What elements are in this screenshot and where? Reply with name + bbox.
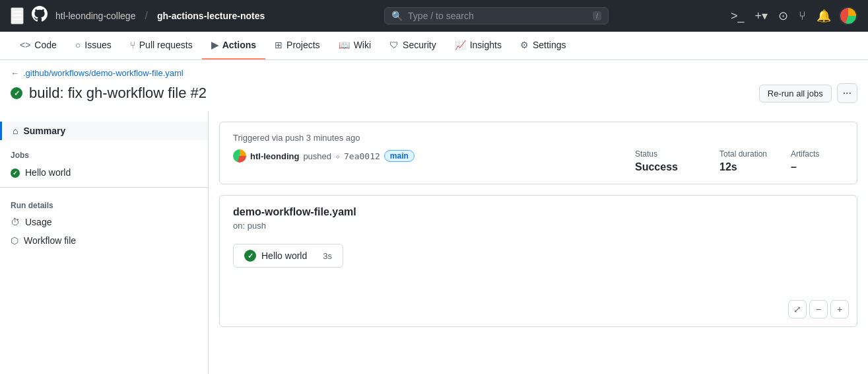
terminal-button[interactable]: >_ — [728, 7, 747, 26]
minus-icon: − — [816, 304, 821, 315]
repo-name[interactable]: gh-actions-lecture-notes — [157, 11, 265, 21]
pull-requests-icon-button[interactable]: ⑂ — [796, 7, 809, 26]
commit-sha-icon: ⬦ — [335, 151, 340, 161]
tab-security[interactable]: 🛡 Security — [380, 32, 446, 59]
back-arrow: ← — [11, 68, 19, 78]
page-title-row: build: fix gh-workflow file #2 Re-run al… — [0, 83, 868, 111]
create-new-button[interactable]: + ▾ — [752, 6, 770, 26]
actions-icon: ▶ — [211, 40, 218, 50]
breadcrumb-area: ← .github/workflows/demo-workflow-file.y… — [0, 60, 868, 78]
commit-user: htl-leonding — [250, 151, 299, 161]
duration-label: Total duration — [719, 149, 785, 159]
hamburger-button[interactable]: ☰ — [11, 7, 24, 24]
security-icon: 🛡 — [389, 40, 399, 50]
code-icon: <> — [20, 40, 30, 50]
search-box[interactable]: 🔍 Type / to search / — [384, 7, 609, 24]
insights-icon: 📈 — [455, 40, 466, 50]
commit-sha[interactable]: 7ea0012 — [344, 151, 380, 161]
wiki-icon: 📖 — [339, 40, 350, 50]
usage-icon: ⏱ — [11, 217, 20, 227]
search-icon: 🔍 — [391, 11, 403, 21]
search-container: 🔍 Type / to search / — [273, 7, 720, 24]
main-layout: ⌂ Summary Jobs Hello world Run details ⏱… — [0, 111, 868, 374]
jobs-group-label: Jobs — [0, 143, 208, 163]
breadcrumb-separator: / — [145, 10, 147, 22]
page-title: build: fix gh-workflow file #2 — [11, 85, 207, 102]
workflow-card: demo-workflow-file.yaml on: push Hello w… — [219, 195, 857, 327]
zoom-in-button[interactable]: + — [830, 300, 849, 318]
info-card: Triggered via push 3 minutes ago htl-leo… — [219, 122, 857, 184]
workflow-controls: ⤢ − + — [788, 300, 849, 318]
sidebar-summary[interactable]: ⌂ Summary — [0, 122, 208, 140]
nav-tabs: <> Code ○ Issues ⑂ Pull requests ▶ Actio… — [0, 32, 868, 60]
github-logo[interactable] — [32, 6, 48, 26]
duration-section: Total duration 12s — [719, 149, 785, 173]
sidebar-item-workflow-file[interactable]: ⬡ Workflow file — [0, 231, 208, 250]
expand-icon: ⤢ — [793, 304, 801, 315]
job-success-icon — [11, 167, 20, 178]
workflow-job-name: Hello world — [261, 250, 307, 261]
workflow-job-duration: 3s — [323, 251, 332, 261]
expand-button[interactable]: ⤢ — [788, 300, 807, 318]
title-actions: Re-run all jobs ··· — [759, 83, 857, 103]
org-name[interactable]: htl-leonding-college — [55, 11, 135, 21]
breadcrumb: ← .github/workflows/demo-workflow-file.y… — [11, 68, 857, 78]
sidebar: ⌂ Summary Jobs Hello world Run details ⏱… — [0, 111, 209, 374]
tab-code[interactable]: <> Code — [11, 32, 66, 59]
artifacts-value: – — [791, 161, 844, 173]
tab-pull-requests[interactable]: ⑂ Pull requests — [121, 32, 202, 59]
commit-info: htl-leonding pushed ⬦ 7ea0012 main — [233, 149, 630, 163]
duration-value: 12s — [719, 161, 785, 173]
sidebar-item-usage[interactable]: ⏱ Usage — [0, 213, 208, 231]
avatar[interactable] — [839, 7, 857, 25]
workflow-job-hello-world[interactable]: Hello world 3s — [233, 244, 343, 268]
plus-icon: + — [837, 304, 842, 315]
commit-branch[interactable]: main — [384, 150, 415, 162]
topbar: ☰ htl-leonding-college / gh-actions-lect… — [0, 0, 868, 32]
success-icon — [11, 87, 22, 99]
artifacts-label: Artifacts — [791, 149, 844, 159]
page-title-text: build: fix gh-workflow file #2 — [29, 85, 207, 102]
commit-avatar — [233, 149, 246, 163]
trigger-text: Triggered via push 3 minutes ago — [233, 133, 844, 143]
tab-actions[interactable]: ▶ Actions — [202, 32, 265, 59]
rerun-all-jobs-button[interactable]: Re-run all jobs — [759, 85, 832, 102]
tab-settings[interactable]: ⚙ Settings — [511, 32, 576, 59]
status-section: Status Success — [635, 149, 714, 173]
info-card-row: htl-leonding pushed ⬦ 7ea0012 main Statu… — [233, 149, 844, 173]
sidebar-item-hello-world[interactable]: Hello world — [0, 163, 208, 182]
notifications-icon-button[interactable]: 🔔 — [814, 6, 834, 26]
tab-insights[interactable]: 📈 Insights — [446, 32, 511, 59]
issues-icon-button[interactable]: ⊙ — [776, 6, 791, 26]
search-placeholder: Type / to search — [408, 11, 587, 21]
pr-icon: ⑂ — [130, 40, 135, 50]
status-value: Success — [635, 161, 714, 173]
job-success-icon — [244, 250, 256, 262]
tab-wiki[interactable]: 📖 Wiki — [329, 32, 380, 59]
issues-icon: ○ — [75, 40, 81, 50]
commit-pushed: pushed — [303, 151, 331, 161]
breadcrumb-link[interactable]: .github/workflows/demo-workflow-file.yam… — [23, 68, 184, 78]
run-details-label: Run details — [0, 193, 208, 213]
search-kbd: / — [593, 11, 601, 20]
workflow-trigger: on: push — [233, 221, 844, 231]
content-area: Triggered via push 3 minutes ago htl-leo… — [209, 111, 868, 374]
zoom-out-button[interactable]: − — [809, 300, 828, 318]
sidebar-separator — [0, 187, 208, 188]
tab-projects[interactable]: ⊞ Projects — [265, 32, 329, 59]
workflow-name: demo-workflow-file.yaml — [233, 206, 844, 218]
projects-icon: ⊞ — [275, 40, 283, 50]
home-icon: ⌂ — [13, 126, 18, 136]
artifacts-section: Artifacts – — [791, 149, 844, 173]
workflow-file-icon: ⬡ — [11, 235, 18, 246]
settings-icon: ⚙ — [520, 40, 529, 50]
tab-issues[interactable]: ○ Issues — [66, 32, 121, 59]
more-options-button[interactable]: ··· — [837, 83, 857, 103]
topbar-actions: >_ + ▾ ⊙ ⑂ 🔔 — [728, 6, 857, 26]
status-label: Status — [635, 149, 714, 159]
